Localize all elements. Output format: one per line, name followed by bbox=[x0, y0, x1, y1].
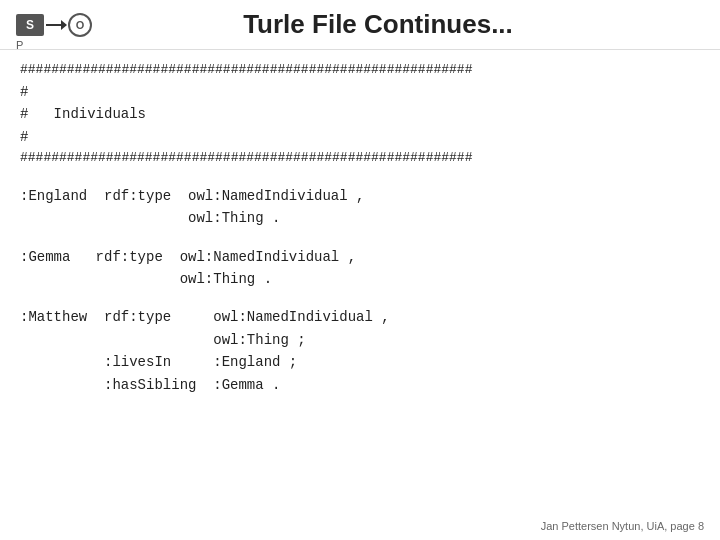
page-title: Turle File Continues... bbox=[112, 9, 644, 40]
footer-text: Jan Pettersen Nytun, UiA, page 8 bbox=[541, 520, 704, 532]
matthew-line-4: :hasSibling :Gemma . bbox=[20, 374, 700, 396]
comment-blank-1: # bbox=[20, 81, 700, 103]
matthew-line-3: :livesIn :England ; bbox=[20, 351, 700, 373]
comment-individuals: # Individuals bbox=[20, 103, 700, 125]
o-label: O bbox=[76, 19, 85, 31]
footer: Jan Pettersen Nytun, UiA, page 8 bbox=[541, 520, 704, 532]
gemma-line-2: owl:Thing . bbox=[20, 268, 700, 290]
code-content: ########################################… bbox=[0, 50, 720, 406]
s-label: S bbox=[26, 18, 34, 32]
s-box: S bbox=[16, 14, 44, 36]
matthew-line-1: :Matthew rdf:type owl:NamedIndividual , bbox=[20, 306, 700, 328]
gemma-line-1: :Gemma rdf:type owl:NamedIndividual , bbox=[20, 246, 700, 268]
logo-box: S O P bbox=[16, 13, 92, 37]
england-line-2: owl:Thing . bbox=[20, 207, 700, 229]
header: S O P Turle File Continues... bbox=[0, 0, 720, 50]
individuals-text: # Individuals bbox=[20, 103, 146, 125]
hash-line-2: ########################################… bbox=[20, 148, 700, 169]
p-label: P bbox=[16, 39, 23, 51]
matthew-line-2: owl:Thing ; bbox=[20, 329, 700, 351]
logo-area: S O P bbox=[16, 13, 92, 37]
o-box: O bbox=[68, 13, 92, 37]
hash-line-1: ########################################… bbox=[20, 60, 700, 81]
comment-blank-2: # bbox=[20, 126, 700, 148]
england-line-1: :England rdf:type owl:NamedIndividual , bbox=[20, 185, 700, 207]
arrow-icon bbox=[46, 24, 66, 26]
